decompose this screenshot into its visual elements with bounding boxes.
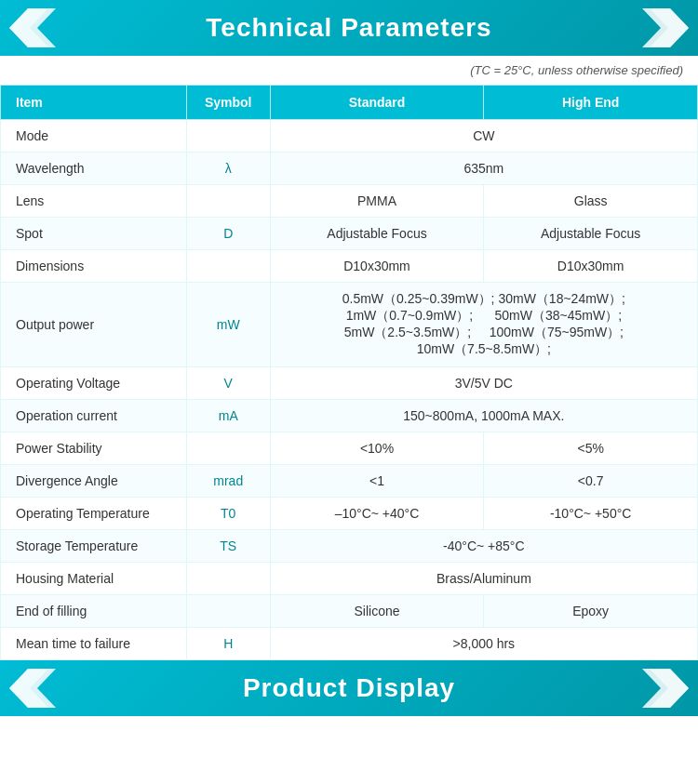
table-row: SpotDAdjustable FocusAdjustable Focus	[1, 218, 698, 250]
cell-symbol	[186, 250, 270, 283]
cell-symbol: H	[186, 628, 270, 660]
cell-symbol: mA	[186, 400, 270, 432]
cell-standard-colspan: CW	[270, 120, 697, 153]
cell-symbol	[186, 595, 270, 628]
table-row: End of fillingSiliconeEpoxy	[1, 595, 698, 628]
cell-highend: Glass	[484, 185, 698, 218]
chevron-right-icon	[642, 8, 689, 47]
footer-chevron-left-icon	[9, 669, 56, 708]
cell-standard-colspan: 0.5mW（0.25~0.39mW）; 30mW（18~24mW）; 1mW（0…	[270, 283, 697, 367]
cell-standard-colspan: 635nm	[270, 153, 697, 185]
table-row: ModeCW	[1, 120, 698, 153]
table-row: Operating VoltageV3V/5V DC	[1, 367, 698, 400]
cell-symbol: mrad	[186, 465, 270, 498]
cell-standard-colspan: 150~800mA, 1000mA MAX.	[270, 400, 697, 432]
cell-highend: <5%	[484, 432, 698, 465]
cell-item: Storage Temperature	[1, 530, 187, 563]
footer-title: Product Display	[243, 673, 455, 703]
col-header-item: Item	[1, 86, 187, 120]
table-row: Storage TemperatureTS-40°C~ +85°C	[1, 530, 698, 563]
cell-symbol	[186, 185, 270, 218]
col-header-standard: Standard	[270, 86, 484, 120]
svg-marker-7	[650, 669, 689, 708]
cell-highend: <0.7	[484, 465, 698, 498]
table-row: DimensionsD10x30mmD10x30mm	[1, 250, 698, 283]
cell-item: Wavelength	[1, 153, 187, 185]
cell-standard-colspan: 3V/5V DC	[270, 367, 697, 400]
svg-marker-5	[9, 669, 48, 708]
chevron-left-icon	[9, 8, 56, 47]
cell-item: Operating Voltage	[1, 367, 187, 400]
col-header-highend: High End	[484, 86, 698, 120]
cell-symbol	[186, 120, 270, 153]
cell-standard: –10°C~ +40°C	[270, 498, 484, 530]
cell-standard-colspan: Brass/Aluminum	[270, 563, 697, 595]
cell-symbol: D	[186, 218, 270, 250]
page-title: Technical Parameters	[206, 13, 491, 43]
svg-marker-1	[9, 8, 48, 47]
cell-item: Mode	[1, 120, 187, 153]
cell-item: Operating Temperature	[1, 498, 187, 530]
table-row: Output powermW0.5mW（0.25~0.39mW）; 30mW（1…	[1, 283, 698, 367]
cell-symbol: λ	[186, 153, 270, 185]
table-header-row: Item Symbol Standard High End	[1, 86, 698, 120]
cell-item: Lens	[1, 185, 187, 218]
table-row: Housing MaterialBrass/Aluminum	[1, 563, 698, 595]
cell-standard-colspan: >8,000 hrs	[270, 628, 697, 660]
page-footer: Product Display	[0, 660, 698, 716]
table-row: Mean time to failureH>8,000 hrs	[1, 628, 698, 660]
cell-item: Mean time to failure	[1, 628, 187, 660]
table-row: Wavelengthλ635nm	[1, 153, 698, 185]
cell-highend: Adjustable Focus	[484, 218, 698, 250]
cell-highend: -10°C~ +50°C	[484, 498, 698, 530]
cell-standard: <10%	[270, 432, 484, 465]
subtitle: (TC = 25°C, unless otherwise specified)	[0, 56, 698, 85]
table-row: Operating TemperatureT0–10°C~ +40°C-10°C…	[1, 498, 698, 530]
cell-symbol: T0	[186, 498, 270, 530]
table-row: Power Stability<10%<5%	[1, 432, 698, 465]
svg-marker-3	[650, 8, 689, 47]
table-row: LensPMMAGlass	[1, 185, 698, 218]
cell-highend: D10x30mm	[484, 250, 698, 283]
cell-standard: PMMA	[270, 185, 484, 218]
cell-symbol	[186, 563, 270, 595]
cell-symbol	[186, 432, 270, 465]
cell-standard: D10x30mm	[270, 250, 484, 283]
footer-chevron-right-icon	[642, 669, 689, 708]
cell-standard: <1	[270, 465, 484, 498]
cell-item: Power Stability	[1, 432, 187, 465]
page-header: Technical Parameters	[0, 0, 698, 56]
cell-symbol: mW	[186, 283, 270, 367]
table-row: Divergence Anglemrad<1<0.7	[1, 465, 698, 498]
cell-standard: Adjustable Focus	[270, 218, 484, 250]
cell-highend: Epoxy	[484, 595, 698, 628]
cell-item: Housing Material	[1, 563, 187, 595]
col-header-symbol: Symbol	[186, 86, 270, 120]
cell-item: Divergence Angle	[1, 465, 187, 498]
params-table: Item Symbol Standard High End ModeCWWave…	[0, 85, 698, 660]
cell-standard-colspan: -40°C~ +85°C	[270, 530, 697, 563]
cell-symbol: TS	[186, 530, 270, 563]
cell-standard: Silicone	[270, 595, 484, 628]
cell-symbol: V	[186, 367, 270, 400]
cell-item: End of filling	[1, 595, 187, 628]
cell-item: Operation current	[1, 400, 187, 432]
cell-item: Output power	[1, 283, 187, 367]
cell-item: Spot	[1, 218, 187, 250]
table-row: Operation currentmA150~800mA, 1000mA MAX…	[1, 400, 698, 432]
cell-item: Dimensions	[1, 250, 187, 283]
